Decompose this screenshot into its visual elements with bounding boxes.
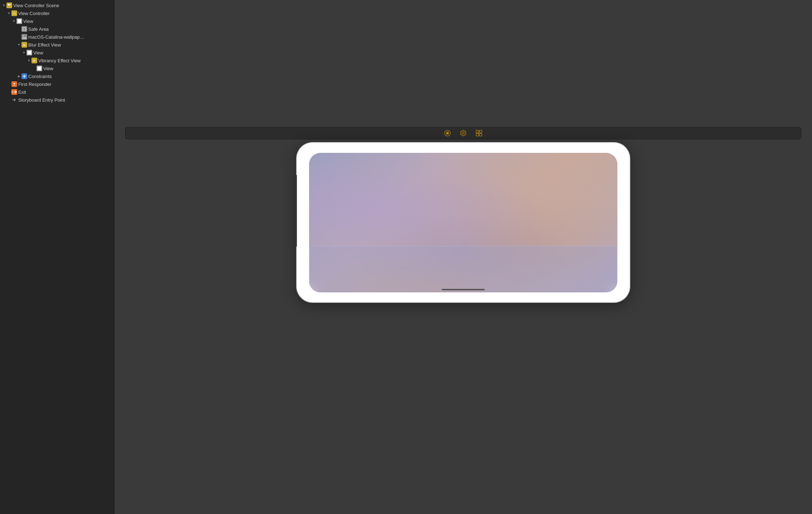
- main-canvas: →: [114, 0, 812, 514]
- phone-side-button: [295, 175, 297, 247]
- label-imageview: macOS-Catalina-wallpap…: [28, 34, 84, 40]
- svg-point-10: [23, 35, 24, 36]
- label-vibrancyeffect: Vibrancy Effect View: [38, 58, 81, 63]
- phone-screen: [309, 153, 617, 292]
- sidebar-item-safearea[interactable]: Safe Area: [0, 25, 114, 33]
- svg-text:VC: VC: [13, 12, 16, 15]
- canvas-toolbar: [125, 127, 801, 139]
- arrow-viewcontroller: [6, 11, 11, 16]
- exit-icon: [11, 89, 17, 95]
- svg-marker-30: [462, 131, 465, 135]
- fx-icon: fx: [31, 58, 37, 63]
- label-constraints: Constraints: [28, 74, 52, 79]
- label-storyboard: Storyboard Entry Point: [18, 97, 65, 103]
- sidebar-item-constraints[interactable]: Constraints: [0, 72, 114, 80]
- view-icon: [16, 18, 22, 24]
- label-exit: Exit: [18, 89, 26, 95]
- phone-wrapper: →: [297, 143, 630, 302]
- svg-rect-32: [479, 130, 482, 133]
- sidebar-item-blureffect[interactable]: fxBlur Effect View: [0, 41, 114, 49]
- sidebar-item-viewcontroller[interactable]: VCView Controller: [0, 9, 114, 17]
- arrow-constraints: [16, 74, 21, 79]
- svg-rect-6: [17, 19, 21, 23]
- scene-icon: [6, 3, 12, 8]
- svg-rect-13: [27, 50, 31, 55]
- constraints-icon: [21, 73, 27, 79]
- label-safearea: Safe Area: [28, 26, 49, 32]
- safearea-icon: [21, 26, 27, 32]
- home-indicator: [442, 289, 485, 290]
- svg-rect-16: [37, 66, 41, 71]
- blur-effect-view: [309, 246, 617, 292]
- sidebar: View Controller SceneVCView ControllerVi…: [0, 0, 114, 514]
- arrow-vibrancyeffect: [26, 58, 31, 63]
- arrow-view-root: [11, 19, 16, 24]
- fx-icon: fx: [21, 42, 27, 48]
- svg-rect-2: [10, 4, 11, 5]
- svg-rect-3: [10, 5, 11, 6]
- stop-button[interactable]: [443, 129, 452, 137]
- image-icon: [21, 34, 27, 40]
- svg-rect-31: [476, 130, 479, 133]
- sidebar-item-firstresponder[interactable]: First Responder: [0, 80, 114, 88]
- label-scene: View Controller Scene: [13, 3, 59, 8]
- view-icon: [36, 66, 42, 71]
- arrow-icon: [11, 97, 17, 103]
- label-view-vibrancy: View: [43, 66, 53, 71]
- responder-icon: [11, 81, 17, 87]
- viewcontroller-icon: VC: [11, 10, 17, 16]
- svg-rect-34: [479, 134, 482, 136]
- svg-rect-0: [7, 3, 11, 8]
- svg-rect-33: [476, 134, 479, 136]
- sidebar-item-scene[interactable]: View Controller Scene: [0, 1, 114, 9]
- svg-text:fx: fx: [33, 59, 36, 62]
- sidebar-item-vibrancyeffect[interactable]: fxVibrancy Effect View: [0, 57, 114, 64]
- sidebar-item-view-root[interactable]: View: [0, 17, 114, 25]
- sidebar-item-storyboard[interactable]: Storyboard Entry Point: [0, 96, 114, 104]
- svg-rect-1: [8, 4, 9, 5]
- arrow-view-blur: [21, 50, 26, 55]
- label-firstresponder: First Responder: [18, 82, 51, 87]
- module-button[interactable]: [459, 129, 468, 137]
- label-view-root: View: [23, 19, 33, 24]
- svg-text:fx: fx: [23, 43, 26, 47]
- view-icon: [26, 50, 32, 55]
- phone-frame: [297, 143, 630, 302]
- sidebar-item-imageview[interactable]: macOS-Catalina-wallpap…: [0, 33, 114, 41]
- sidebar-item-view-vibrancy[interactable]: View: [0, 64, 114, 72]
- label-viewcontroller: View Controller: [18, 11, 50, 16]
- label-blureffect: Blur Effect View: [28, 42, 61, 48]
- label-view-blur: View: [33, 50, 43, 55]
- layout-button[interactable]: [475, 129, 483, 137]
- svg-point-23: [14, 83, 15, 84]
- arrow-scene: [1, 3, 6, 8]
- arrow-blureffect: [16, 42, 21, 47]
- svg-rect-28: [446, 132, 449, 135]
- sidebar-item-exit[interactable]: Exit: [0, 88, 114, 96]
- wallpaper: [309, 153, 617, 292]
- sidebar-item-view-blur[interactable]: View: [0, 49, 114, 57]
